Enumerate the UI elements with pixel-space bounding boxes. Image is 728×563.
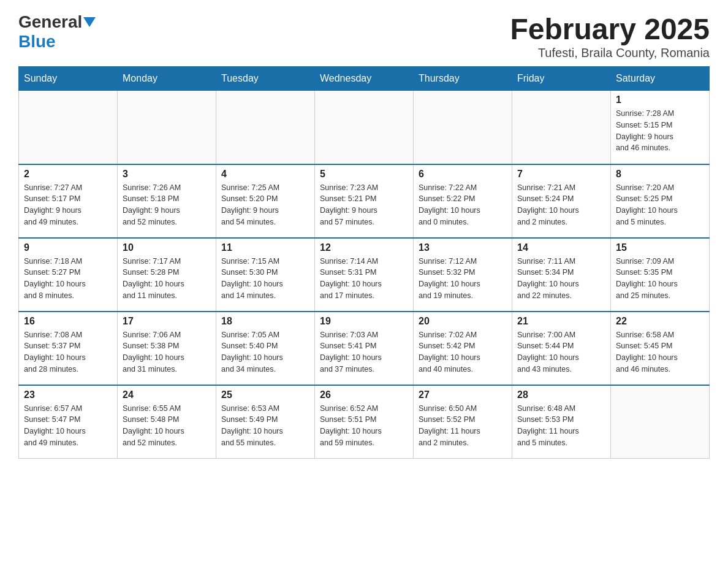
day-info: Sunrise: 6:48 AM Sunset: 5:53 PM Dayligh… (517, 403, 605, 449)
day-number: 14 (517, 242, 605, 253)
day-number: 9 (24, 242, 112, 253)
weekday-header-saturday: Saturday (611, 67, 710, 91)
calendar-cell: 2Sunrise: 7:27 AM Sunset: 5:17 PM Daylig… (19, 164, 118, 238)
day-number: 11 (221, 242, 309, 253)
calendar-table: SundayMondayTuesdayWednesdayThursdayFrid… (18, 66, 710, 459)
day-info: Sunrise: 7:28 AM Sunset: 5:15 PM Dayligh… (616, 108, 704, 154)
calendar-cell: 13Sunrise: 7:12 AM Sunset: 5:32 PM Dayli… (414, 238, 512, 312)
day-info: Sunrise: 7:17 AM Sunset: 5:28 PM Dayligh… (123, 256, 211, 302)
page-header: General Blue February 2025 Tufesti, Brai… (18, 12, 710, 60)
day-info: Sunrise: 6:58 AM Sunset: 5:45 PM Dayligh… (616, 329, 704, 375)
day-number: 2 (24, 169, 112, 180)
calendar-cell: 3Sunrise: 7:26 AM Sunset: 5:18 PM Daylig… (118, 164, 216, 238)
calendar-cell: 23Sunrise: 6:57 AM Sunset: 5:47 PM Dayli… (19, 385, 118, 459)
calendar-cell: 28Sunrise: 6:48 AM Sunset: 5:53 PM Dayli… (512, 385, 611, 459)
day-number: 5 (320, 169, 408, 180)
calendar-cell: 20Sunrise: 7:02 AM Sunset: 5:42 PM Dayli… (414, 312, 512, 385)
calendar-cell: 7Sunrise: 7:21 AM Sunset: 5:24 PM Daylig… (512, 164, 611, 238)
calendar-cell: 18Sunrise: 7:05 AM Sunset: 5:40 PM Dayli… (216, 312, 315, 385)
day-number: 13 (419, 242, 507, 253)
day-info: Sunrise: 6:53 AM Sunset: 5:49 PM Dayligh… (221, 403, 309, 449)
day-number: 3 (123, 169, 211, 180)
calendar-cell (611, 385, 710, 459)
day-info: Sunrise: 7:02 AM Sunset: 5:42 PM Dayligh… (419, 329, 507, 375)
day-number: 15 (616, 242, 704, 253)
calendar-cell: 1Sunrise: 7:28 AM Sunset: 5:15 PM Daylig… (611, 91, 710, 164)
weekday-header-thursday: Thursday (414, 67, 512, 91)
weekday-header-wednesday: Wednesday (315, 67, 414, 91)
day-info: Sunrise: 7:14 AM Sunset: 5:31 PM Dayligh… (320, 256, 408, 302)
weekday-header-sunday: Sunday (19, 67, 118, 91)
logo-blue-text: Blue (18, 32, 56, 52)
day-info: Sunrise: 7:11 AM Sunset: 5:34 PM Dayligh… (517, 256, 605, 302)
day-info: Sunrise: 7:21 AM Sunset: 5:24 PM Dayligh… (517, 182, 605, 228)
calendar-cell: 5Sunrise: 7:23 AM Sunset: 5:21 PM Daylig… (315, 164, 414, 238)
calendar-cell (414, 91, 512, 164)
day-number: 16 (24, 316, 112, 327)
day-info: Sunrise: 7:00 AM Sunset: 5:44 PM Dayligh… (517, 329, 605, 375)
day-number: 23 (24, 389, 112, 400)
calendar-cell: 19Sunrise: 7:03 AM Sunset: 5:41 PM Dayli… (315, 312, 414, 385)
weekday-header-tuesday: Tuesday (216, 67, 315, 91)
day-info: Sunrise: 7:06 AM Sunset: 5:38 PM Dayligh… (123, 329, 211, 375)
day-number: 6 (419, 169, 507, 180)
day-info: Sunrise: 6:55 AM Sunset: 5:48 PM Dayligh… (123, 403, 211, 449)
calendar-cell (512, 91, 611, 164)
day-number: 12 (320, 242, 408, 253)
calendar-cell: 14Sunrise: 7:11 AM Sunset: 5:34 PM Dayli… (512, 238, 611, 312)
day-info: Sunrise: 7:22 AM Sunset: 5:22 PM Dayligh… (419, 182, 507, 228)
day-info: Sunrise: 7:18 AM Sunset: 5:27 PM Dayligh… (24, 256, 112, 302)
logo-triangle-icon (83, 17, 96, 27)
day-info: Sunrise: 7:27 AM Sunset: 5:17 PM Dayligh… (24, 182, 112, 228)
calendar-week-5: 23Sunrise: 6:57 AM Sunset: 5:47 PM Dayli… (19, 385, 710, 459)
day-info: Sunrise: 7:05 AM Sunset: 5:40 PM Dayligh… (221, 329, 309, 375)
day-number: 27 (419, 389, 507, 400)
calendar-cell: 26Sunrise: 6:52 AM Sunset: 5:51 PM Dayli… (315, 385, 414, 459)
calendar-week-3: 9Sunrise: 7:18 AM Sunset: 5:27 PM Daylig… (19, 238, 710, 312)
day-number: 20 (419, 316, 507, 327)
day-info: Sunrise: 6:57 AM Sunset: 5:47 PM Dayligh… (24, 403, 112, 449)
day-number: 1 (616, 94, 704, 105)
logo: General Blue (18, 12, 97, 52)
day-number: 7 (517, 169, 605, 180)
calendar-cell: 4Sunrise: 7:25 AM Sunset: 5:20 PM Daylig… (216, 164, 315, 238)
day-info: Sunrise: 7:25 AM Sunset: 5:20 PM Dayligh… (221, 182, 309, 228)
calendar-cell: 25Sunrise: 6:53 AM Sunset: 5:49 PM Dayli… (216, 385, 315, 459)
weekday-header-friday: Friday (512, 67, 611, 91)
calendar-week-1: 1Sunrise: 7:28 AM Sunset: 5:15 PM Daylig… (19, 91, 710, 164)
calendar-cell: 21Sunrise: 7:00 AM Sunset: 5:44 PM Dayli… (512, 312, 611, 385)
day-number: 22 (616, 316, 704, 327)
calendar-cell: 16Sunrise: 7:08 AM Sunset: 5:37 PM Dayli… (19, 312, 118, 385)
logo-general-text: General (18, 12, 82, 32)
day-info: Sunrise: 7:12 AM Sunset: 5:32 PM Dayligh… (419, 256, 507, 302)
calendar-cell: 27Sunrise: 6:50 AM Sunset: 5:52 PM Dayli… (414, 385, 512, 459)
calendar-cell (118, 91, 216, 164)
day-number: 28 (517, 389, 605, 400)
location: Tufesti, Braila County, Romania (510, 46, 710, 60)
calendar-cell: 15Sunrise: 7:09 AM Sunset: 5:35 PM Dayli… (611, 238, 710, 312)
day-info: Sunrise: 7:15 AM Sunset: 5:30 PM Dayligh… (221, 256, 309, 302)
day-info: Sunrise: 7:03 AM Sunset: 5:41 PM Dayligh… (320, 329, 408, 375)
calendar-cell (19, 91, 118, 164)
day-info: Sunrise: 6:52 AM Sunset: 5:51 PM Dayligh… (320, 403, 408, 449)
calendar-week-4: 16Sunrise: 7:08 AM Sunset: 5:37 PM Dayli… (19, 312, 710, 385)
day-number: 26 (320, 389, 408, 400)
day-number: 8 (616, 169, 704, 180)
calendar-cell: 11Sunrise: 7:15 AM Sunset: 5:30 PM Dayli… (216, 238, 315, 312)
day-number: 18 (221, 316, 309, 327)
calendar-cell: 9Sunrise: 7:18 AM Sunset: 5:27 PM Daylig… (19, 238, 118, 312)
day-number: 21 (517, 316, 605, 327)
calendar-cell: 10Sunrise: 7:17 AM Sunset: 5:28 PM Dayli… (118, 238, 216, 312)
calendar-cell: 24Sunrise: 6:55 AM Sunset: 5:48 PM Dayli… (118, 385, 216, 459)
day-number: 17 (123, 316, 211, 327)
day-number: 24 (123, 389, 211, 400)
weekday-header-row: SundayMondayTuesdayWednesdayThursdayFrid… (19, 67, 710, 91)
day-info: Sunrise: 7:26 AM Sunset: 5:18 PM Dayligh… (123, 182, 211, 228)
logo-text: General (18, 12, 97, 32)
calendar-cell: 12Sunrise: 7:14 AM Sunset: 5:31 PM Dayli… (315, 238, 414, 312)
calendar-cell: 22Sunrise: 6:58 AM Sunset: 5:45 PM Dayli… (611, 312, 710, 385)
day-number: 10 (123, 242, 211, 253)
calendar-cell: 6Sunrise: 7:22 AM Sunset: 5:22 PM Daylig… (414, 164, 512, 238)
day-info: Sunrise: 7:09 AM Sunset: 5:35 PM Dayligh… (616, 256, 704, 302)
calendar-week-2: 2Sunrise: 7:27 AM Sunset: 5:17 PM Daylig… (19, 164, 710, 238)
